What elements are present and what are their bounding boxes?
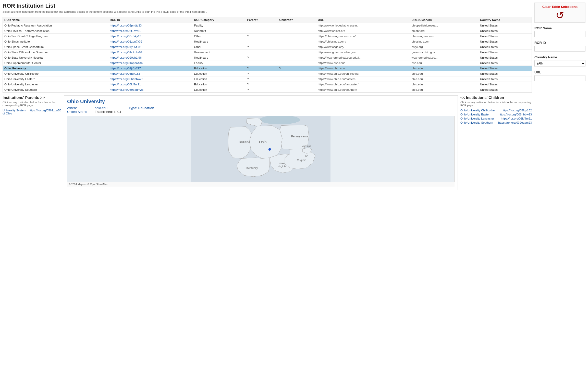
svg-text:West: West (279, 162, 285, 165)
cell-name: Ohio Sinus Institute (3, 39, 108, 44)
cell-id: https://ror.org/01zgn7x32 (108, 39, 192, 44)
col-country: Country Name (479, 17, 532, 23)
detail-institution-name: Ohio University (67, 99, 455, 105)
cell-parent: Y (246, 76, 278, 82)
cell-id: https://ror.org/00xfvky15 (108, 34, 192, 39)
cell-children (278, 39, 316, 44)
cell-children (278, 76, 316, 82)
cell-name: Ohio Sea Grant College Program (3, 34, 108, 39)
cell-country: United States (479, 50, 532, 55)
table-row[interactable]: Ohio Physical Therapy Association https:… (3, 28, 532, 34)
cell-country: United States (479, 60, 532, 66)
cell-url: http://www.osgc.org/ (316, 44, 410, 50)
clear-btn-label: Clear Table Selections (537, 5, 583, 9)
cell-country: United States (479, 23, 532, 28)
table-row[interactable]: Ohio Space Grant Consortium https://ror.… (3, 44, 532, 50)
cell-id: https://ror.org/01apna436 (108, 60, 192, 66)
child-ror-link[interactable]: https://ror.org/039eaqm23 (498, 121, 532, 124)
parents-section: Institutions' Parents >> Click on any In… (3, 95, 61, 190)
cell-parent: Y (246, 82, 278, 87)
table-row[interactable]: Ohio University https://ror.org/01jr3y71… (3, 66, 532, 71)
child-name[interactable]: Ohio University Chillicothe (460, 109, 495, 112)
parent-item: University System of Ohio https://ror.or… (3, 109, 61, 115)
table-row[interactable]: Ohio Sinus Institute https://ror.org/01z… (3, 39, 532, 44)
cell-url: https://www.ohio.edu/southern (316, 87, 410, 93)
parent-name[interactable]: University System of Ohio (3, 109, 26, 115)
table-row[interactable]: Ohio State University Hospital https://r… (3, 55, 532, 60)
table-row[interactable]: Ohio Sea Grant College Program https://r… (3, 34, 532, 39)
cell-url: https://wexnermedical.osu.edu/l... (316, 55, 410, 60)
svg-point-19 (268, 148, 271, 151)
child-name[interactable]: Ohio University Lancaster (460, 117, 494, 120)
cell-name: Ohio University Eastern (3, 76, 108, 82)
cell-country: United States (479, 44, 532, 50)
cell-id: https://ror.org/05fqx152 (108, 71, 192, 76)
col-url-clean: URL (Cleaned) (410, 17, 479, 23)
svg-text:Indiana: Indiana (239, 140, 250, 144)
cell-category: Government (192, 50, 246, 55)
cell-url: https://ohioseagrant.osu.edu/ (316, 34, 410, 39)
child-name[interactable]: Ohio University Southern (460, 121, 493, 124)
cell-category: Other (192, 34, 246, 39)
ror-name-input[interactable] (534, 31, 585, 37)
table-row[interactable]: Ohio Supercomputer Center https://ror.or… (3, 60, 532, 66)
table-row[interactable]: Ohio Pediatric Research Association http… (3, 23, 532, 28)
cell-url-clean: osc.edu (410, 60, 479, 66)
table-row[interactable]: Ohio University Lancaster https://ror.or… (3, 82, 532, 87)
cell-parent: Y (246, 34, 278, 39)
cell-parent: Y (246, 71, 278, 76)
ror-name-filter-label: ROR Name (534, 26, 585, 30)
detail-city: Athens (67, 106, 87, 110)
child-ror-link[interactable]: https://ror.org/03kf4rc21 (501, 117, 532, 120)
url-input[interactable] (534, 75, 585, 81)
cell-category: Education (192, 71, 246, 76)
cell-category: Healthcare (192, 39, 246, 44)
table-row[interactable]: Ohio University Chillicothe https://ror.… (3, 71, 532, 76)
country-select[interactable]: (All)United StatesCanadaUnited KingdomAu… (534, 60, 585, 67)
cell-category: Healthcare (192, 55, 246, 60)
cell-id: https://ror.org/020yh1f96 (108, 55, 192, 60)
child-ror-link[interactable]: https://ror.org/05fqx152 (502, 109, 532, 112)
col-category: ROR Category (192, 17, 246, 23)
cell-url: https://www.ohio.edu/eastern (316, 76, 410, 82)
ror-id-input[interactable] (534, 46, 585, 52)
cell-url: http://www.ohiopt.org (316, 28, 410, 34)
child-item: Ohio University Lancaster https://ror.or… (460, 117, 532, 120)
cell-country: United States (479, 39, 532, 44)
svg-text:Kentucky: Kentucky (246, 166, 258, 170)
child-ror-link[interactable]: https://ror.org/006hbbw23 (499, 113, 532, 116)
cell-category: Education (192, 87, 246, 93)
children-subtitle: Click on any Institution below for a lin… (460, 101, 532, 107)
detail-country: United States (67, 110, 87, 114)
cell-children: Y (278, 66, 316, 71)
svg-text:Virginia: Virginia (278, 165, 286, 168)
institutions-table: ROR Name ROR ID ROR Category Parent? Chi… (3, 17, 532, 93)
cell-url-clean: ohiopt.org (410, 28, 479, 34)
cell-country: United States (479, 55, 532, 60)
parent-ror-link[interactable]: https://ror.org/0561zqn56 (29, 109, 61, 115)
cell-id: https://ror.org/006hbbw23 (108, 76, 192, 82)
url-filter-label: URL (534, 70, 585, 74)
child-item: Ohio University Eastern https://ror.org/… (460, 113, 532, 116)
cell-children (278, 50, 316, 55)
cell-name: Ohio Supercomputer Center (3, 60, 108, 66)
child-name[interactable]: Ohio University Eastern (460, 113, 491, 116)
cell-parent: Y (246, 87, 278, 93)
table-row[interactable]: Ohio State Office of the Governor https:… (3, 50, 532, 55)
cell-url-clean: ohio.edu (410, 71, 479, 76)
clear-btn-area[interactable]: Clear Table Selections ↺ (534, 3, 585, 23)
child-item: Ohio University Chillicothe https://ror.… (460, 109, 532, 112)
refresh-icon[interactable]: ↺ (537, 10, 583, 20)
svg-text:Pennsylvania: Pennsylvania (291, 135, 308, 138)
cell-name: Ohio University (3, 66, 108, 71)
cell-country: United States (479, 76, 532, 82)
table-row[interactable]: Ohio University Southern https://ror.org… (3, 87, 532, 93)
cell-parent (246, 28, 278, 34)
cell-country: United States (479, 82, 532, 87)
table-row[interactable]: Ohio University Eastern https://ror.org/… (3, 76, 532, 82)
detail-url[interactable]: ohio.edu (95, 106, 121, 110)
svg-text:Virginia: Virginia (297, 159, 307, 162)
cell-children (278, 34, 316, 39)
cell-children (278, 71, 316, 76)
cell-country: United States (479, 71, 532, 76)
